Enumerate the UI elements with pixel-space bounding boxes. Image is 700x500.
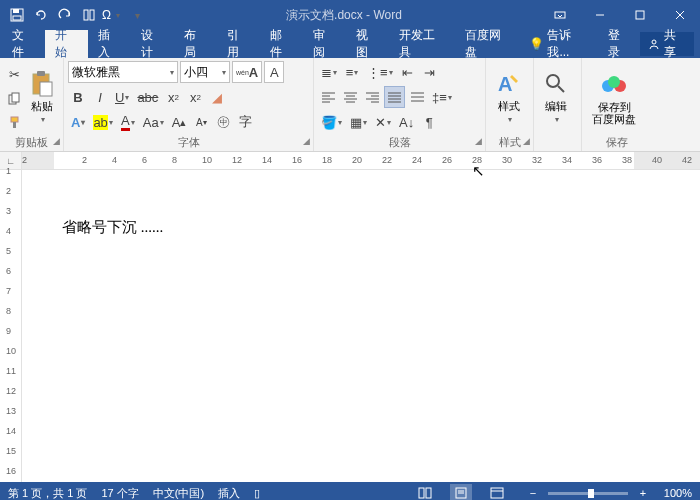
multilevel-button[interactable]: ⋮≡▾ [364, 61, 396, 83]
numbering-button[interactable]: ≡▾ [342, 61, 362, 83]
document-area: 12345678910111213141516 省略号下沉 ...... ↖ [0, 170, 700, 482]
title-bar: Ω▾ ▾ 演示文档.docx - Word [0, 0, 700, 30]
tell-me[interactable]: 💡 告诉我... [521, 27, 597, 61]
font-dialog-icon[interactable]: ◢ [303, 136, 310, 146]
align-right-button[interactable] [362, 86, 382, 108]
zoom-out-button[interactable]: − [522, 484, 544, 500]
decrease-indent-button[interactable]: ⇤ [398, 61, 418, 83]
align-center-button[interactable] [340, 86, 360, 108]
strikethrough-button[interactable]: abc [134, 86, 161, 108]
ruler-tick: 36 [592, 155, 602, 165]
view-web-icon[interactable] [486, 484, 508, 500]
italic-button[interactable]: I [90, 86, 110, 108]
share-button[interactable]: 共享 [640, 32, 694, 56]
tab-mailings[interactable]: 邮件 [260, 30, 303, 58]
enclose-char-button[interactable]: ㊥ [213, 111, 233, 133]
tab-developer[interactable]: 开发工具 [389, 30, 455, 58]
char-shading-button[interactable]: Aa▾ [140, 111, 167, 133]
undo-icon[interactable] [30, 4, 52, 26]
borders-button[interactable]: ▦▾ [347, 111, 370, 133]
ribbon-options-icon[interactable] [540, 0, 580, 30]
status-page[interactable]: 第 1 页，共 1 页 [8, 486, 87, 501]
ruler-tick: 7 [6, 286, 11, 296]
show-marks-button[interactable]: ¶ [419, 111, 439, 133]
tab-references[interactable]: 引用 [217, 30, 260, 58]
char-border-button[interactable]: A [264, 61, 284, 83]
paste-label: 粘贴 [31, 100, 53, 112]
tab-insert[interactable]: 插入 [88, 30, 131, 58]
font-color-button[interactable]: A▾ [118, 111, 138, 133]
paragraph-dialog-icon[interactable]: ◢ [475, 136, 482, 146]
status-words[interactable]: 17 个字 [101, 486, 138, 501]
minimize-icon[interactable] [580, 0, 620, 30]
copy-icon[interactable] [4, 87, 24, 109]
distribute-button[interactable] [407, 86, 427, 108]
tab-home[interactable]: 开始 [45, 30, 88, 58]
document-page[interactable]: 省略号下沉 ...... ↖ [22, 170, 700, 482]
svg-line-39 [558, 86, 564, 92]
superscript-button[interactable]: x2 [185, 86, 205, 108]
view-read-icon[interactable] [414, 484, 436, 500]
save-line1: 保存到 [598, 101, 631, 113]
shrink-font-button[interactable]: A▾ [191, 111, 211, 133]
tab-layout[interactable]: 布局 [174, 30, 217, 58]
clipboard-dialog-icon[interactable]: ◢ [53, 136, 60, 146]
align-justify-button[interactable] [384, 86, 405, 108]
bullets-button[interactable]: ≣▾ [318, 61, 340, 83]
snap-button[interactable]: ✕▾ [372, 111, 394, 133]
styles-button[interactable]: A 样式▾ [490, 61, 528, 133]
ruler-vertical[interactable]: 12345678910111213141516 [0, 170, 22, 482]
format-painter-icon[interactable] [4, 111, 24, 133]
font-name-combo[interactable]: 微软雅黑▾ [68, 61, 178, 83]
tab-file[interactable]: 文件 [2, 30, 45, 58]
maximize-icon[interactable] [620, 0, 660, 30]
tab-view[interactable]: 视图 [346, 30, 389, 58]
align-left-button[interactable] [318, 86, 338, 108]
status-insert-mode[interactable]: 插入 [218, 486, 240, 501]
sort-button[interactable]: A↓ [396, 111, 417, 133]
change-case-button[interactable]: 字 [235, 111, 255, 133]
styles-dialog-icon[interactable]: ◢ [523, 136, 530, 146]
bold-button[interactable]: B [68, 86, 88, 108]
qat-btn-1[interactable] [78, 4, 100, 26]
save-to-baidu-button[interactable]: 保存到百度网盘 [586, 61, 642, 133]
clear-format-button[interactable]: ◢ [207, 86, 227, 108]
zoom-slider[interactable] [548, 492, 628, 495]
text-effects-button[interactable]: A▾ [68, 111, 88, 133]
tab-review[interactable]: 审阅 [303, 30, 346, 58]
status-macro-icon[interactable]: ▯ [254, 487, 260, 500]
editing-button[interactable]: 编辑▾ [538, 61, 574, 133]
underline-button[interactable]: U▾ [112, 86, 132, 108]
clipboard-group-label: 剪贴板 [15, 136, 48, 148]
zoom-level[interactable]: 100% [664, 487, 692, 499]
line-spacing-button[interactable]: ‡≡▾ [429, 86, 455, 108]
phonetic-guide-button[interactable]: wénA [232, 61, 262, 83]
paste-button[interactable]: 粘贴▾ [24, 61, 60, 133]
save-icon[interactable] [6, 4, 28, 26]
ruler-tick: 8 [172, 155, 177, 165]
share-icon [648, 38, 660, 50]
shading-button[interactable]: 🪣▾ [318, 111, 345, 133]
tab-baidu[interactable]: 百度网盘 [455, 30, 521, 58]
highlight-button[interactable]: ab▾ [90, 111, 115, 133]
subscript-button[interactable]: x2 [163, 86, 183, 108]
document-text[interactable]: 省略号下沉 ...... [62, 218, 670, 237]
increase-indent-button[interactable]: ⇥ [420, 61, 440, 83]
grow-font-button[interactable]: A▴ [169, 111, 190, 133]
redo-icon[interactable] [54, 4, 76, 26]
view-print-icon[interactable] [450, 484, 472, 500]
ruler-horizontal[interactable]: ∟ 22468101214161820222426283032343638404… [0, 152, 700, 170]
ruler-tick: 2 [22, 155, 27, 165]
tab-design[interactable]: 设计 [131, 30, 174, 58]
font-name-value: 微软雅黑 [72, 64, 120, 81]
qat-customize-icon[interactable]: ▾ [126, 4, 148, 26]
svg-rect-7 [636, 11, 644, 19]
login-button[interactable]: 登录 [598, 30, 641, 58]
status-language[interactable]: 中文(中国) [153, 486, 204, 501]
ruler-tick: 42 [682, 155, 692, 165]
zoom-in-button[interactable]: + [632, 484, 654, 500]
close-icon[interactable] [660, 0, 700, 30]
qat-btn-2[interactable]: Ω▾ [102, 4, 124, 26]
cut-icon[interactable]: ✂ [4, 63, 24, 85]
font-size-combo[interactable]: 小四▾ [180, 61, 230, 83]
